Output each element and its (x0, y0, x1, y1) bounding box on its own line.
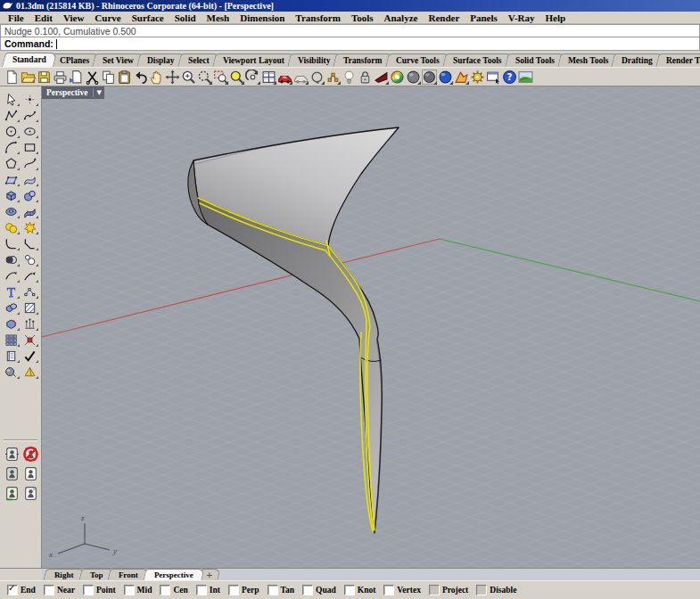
single-point-icon[interactable] (23, 93, 38, 106)
toolbar-tab-solid-tools[interactable]: Solid Tools (505, 53, 565, 67)
osnap-button-box[interactable] (429, 585, 440, 595)
menu-edit[interactable]: Edit (29, 12, 58, 23)
menu-solid[interactable]: Solid (169, 12, 202, 23)
pan-view-icon[interactable] (148, 69, 164, 85)
osnap-checkbox[interactable] (344, 585, 355, 595)
export-page-icon[interactable] (68, 69, 84, 85)
osnap-end[interactable]: ✓End (7, 585, 36, 595)
osnap-knot[interactable]: Knot (344, 585, 376, 595)
landscape-render-icon[interactable] (517, 69, 533, 85)
cut-icon[interactable] (84, 69, 100, 85)
select-pointer-icon[interactable] (4, 93, 20, 106)
menu-surface[interactable]: Surface (127, 12, 169, 23)
shaded-sphere-icon[interactable] (405, 69, 421, 85)
arc-icon[interactable] (4, 141, 20, 154)
shaded-view-icon[interactable] (4, 365, 20, 379)
menu-transform[interactable]: Transform (290, 12, 346, 23)
text-object-icon[interactable] (4, 285, 20, 299)
titlebar[interactable]: 01.3dm (215814 KB) - Rhinoceros Corporat… (0, 0, 700, 12)
menu-v-ray[interactable]: V-Ray (503, 12, 540, 23)
solid-box-icon[interactable] (4, 189, 20, 202)
render-region-icon[interactable] (453, 69, 469, 85)
undo-icon[interactable] (132, 69, 148, 85)
rectangle-icon[interactable] (23, 141, 38, 154)
osnap-int[interactable]: Int (196, 585, 220, 595)
lock-icon[interactable] (357, 69, 373, 85)
viewport-tab-perspective[interactable]: Perspective (143, 569, 204, 580)
perspective-viewport[interactable]: Perspective ▼ (42, 86, 700, 568)
solid-sphere-icon[interactable] (23, 189, 38, 202)
toolbar-tab-viewport-layout[interactable]: Viewport Layout (212, 53, 295, 67)
ellipse-icon[interactable] (23, 125, 38, 138)
osnap-vertex[interactable]: Vertex (383, 585, 421, 595)
menu-dimension[interactable]: Dimension (235, 12, 290, 23)
swap-hidden-icon[interactable] (4, 447, 20, 462)
menu-render[interactable]: Render (423, 12, 465, 23)
isolate-objects-icon[interactable] (23, 486, 38, 501)
menu-panels[interactable]: Panels (465, 12, 503, 23)
viewport-canvas[interactable]: z x y (42, 86, 700, 568)
help-icon[interactable]: ? (501, 69, 517, 85)
circle-icon[interactable] (4, 125, 20, 138)
interpolated-curve-icon[interactable] (23, 109, 38, 122)
gray-car-icon[interactable] (292, 69, 309, 85)
paste-icon[interactable] (116, 69, 132, 85)
rotate-view-icon[interactable] (309, 69, 325, 85)
osnap-project-button[interactable]: Project (429, 585, 468, 595)
print-icon[interactable] (52, 69, 68, 85)
menu-tools[interactable]: Tools (346, 12, 379, 23)
menu-curve[interactable]: Curve (89, 12, 126, 23)
visibility-disable-icon[interactable] (23, 447, 38, 462)
osnap-checkbox[interactable] (124, 585, 135, 595)
hide-objects-icon[interactable] (4, 466, 20, 481)
surface-curve-network-icon[interactable] (23, 205, 38, 218)
point-edit-icon[interactable] (23, 285, 38, 299)
rendered-sphere-icon[interactable] (421, 69, 437, 85)
show-objects-icon[interactable] (23, 466, 38, 481)
osnap-button-box[interactable] (476, 585, 487, 595)
new-document-icon[interactable] (4, 69, 20, 85)
osnap-point[interactable]: Point (83, 585, 116, 595)
osnap-checkbox[interactable] (160, 585, 170, 595)
array-icon[interactable] (4, 333, 20, 347)
color-wheel-icon[interactable] (389, 69, 405, 85)
gold-pyramid-icon[interactable] (23, 365, 38, 379)
osnap-checkbox[interactable] (83, 585, 94, 595)
toolbar-tab-mesh-tools[interactable]: Mesh Tools (557, 53, 619, 67)
osnap-checkbox[interactable] (228, 585, 239, 595)
toolbar-tab-transform[interactable]: Transform (334, 53, 393, 67)
move-view-icon[interactable] (164, 69, 180, 85)
osnap-tan[interactable]: Tan (268, 585, 295, 595)
check-mark-icon[interactable] (23, 349, 38, 363)
surface-patch-icon[interactable] (23, 173, 38, 186)
solid-edit-icon[interactable] (4, 317, 20, 331)
surface-corner-points-icon[interactable] (4, 173, 20, 186)
menu-view[interactable]: View (58, 12, 89, 23)
copy-icon[interactable] (100, 69, 116, 85)
render-blue-icon[interactable] (437, 69, 453, 85)
undo-view-icon[interactable] (244, 69, 260, 85)
lightbulb-icon[interactable] (341, 69, 357, 85)
options-gear-icon[interactable] (469, 69, 485, 85)
curve-boolean-icon[interactable] (4, 253, 20, 267)
layers-stack-icon[interactable] (4, 349, 20, 363)
osnap-checkbox[interactable]: ✓ (7, 585, 18, 595)
osnap-disable-button[interactable]: Disable (476, 585, 516, 595)
extend-curve-icon[interactable] (23, 269, 38, 283)
osnap-quad[interactable]: Quad (302, 585, 336, 595)
osnap-cen[interactable]: Cen (160, 585, 187, 595)
chamfer-curve-icon[interactable] (23, 237, 38, 250)
offset-curve-icon[interactable] (23, 253, 38, 267)
block-red-icon[interactable] (23, 333, 38, 347)
viewport-dropdown-icon[interactable]: ▼ (96, 89, 101, 96)
menu-mesh[interactable]: Mesh (202, 12, 235, 23)
torus-icon[interactable] (4, 205, 20, 218)
menu-analyze[interactable]: Analyze (379, 12, 424, 23)
zoom-selected-icon[interactable] (228, 69, 244, 85)
red-car-icon[interactable] (276, 69, 292, 85)
zoom-window-icon[interactable] (212, 69, 228, 85)
hatch-icon[interactable] (23, 301, 38, 315)
render-flyout-icon[interactable] (373, 69, 389, 85)
osnap-checkbox[interactable] (268, 585, 278, 595)
explode-icon[interactable] (23, 221, 38, 234)
